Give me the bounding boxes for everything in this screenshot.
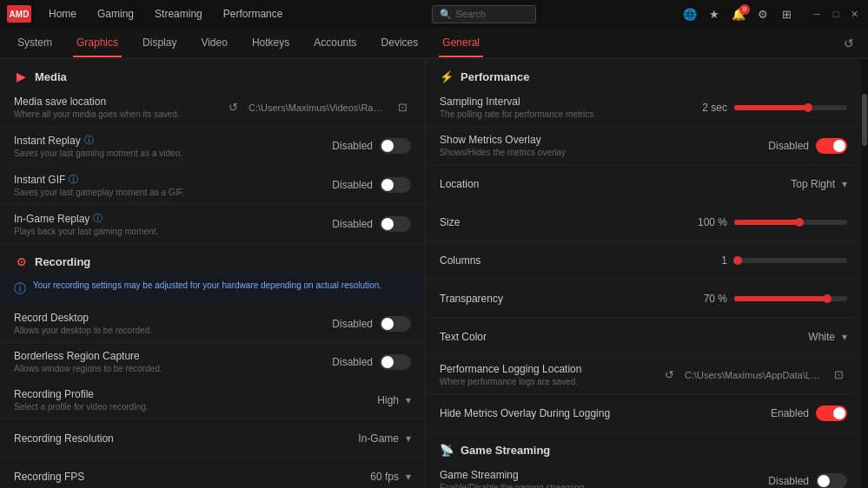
main-layout: ▶ Media Media save location Where all yo… <box>0 59 868 488</box>
text-color-row: Text Color White ▾ <box>426 318 861 356</box>
close-button[interactable]: ✕ <box>849 8 861 20</box>
recording-fps-dropdown[interactable]: ▾ <box>406 471 411 483</box>
game-streaming-label: Game Streaming <box>440 469 739 481</box>
borderless-region-value: Disabled <box>303 356 373 368</box>
record-desktop-label: Record Desktop <box>14 312 303 324</box>
recording-profile-value: High <box>329 394 399 406</box>
globe-icon[interactable]: 🌐 <box>682 8 698 21</box>
recording-profile-dropdown[interactable]: ▾ <box>406 394 411 406</box>
tab-accounts[interactable]: Accounts <box>310 30 360 57</box>
hide-metrics-overlay-toggle[interactable] <box>816 406 847 421</box>
sub-nav: System Graphics Display Video Hotkeys Ac… <box>0 28 868 59</box>
record-desktop-toggle[interactable] <box>380 316 411 332</box>
instant-gif-value: Disabled <box>303 179 373 191</box>
title-bar-right: 🌐 ★ 🔔 8 ⚙ ⊞ ─ □ ✕ <box>682 8 861 21</box>
instant-replay-info-icon: ⓘ <box>84 134 94 147</box>
window-controls: ─ □ ✕ <box>811 8 861 20</box>
hide-metrics-overlay-control: Enabled <box>739 406 847 421</box>
show-metrics-overlay-info: Show Metrics Overlay Shows/Hides the met… <box>440 134 739 157</box>
game-streaming-desc: Enable/Disable the gaming streaming <box>440 483 739 488</box>
borderless-region-toggle[interactable] <box>380 354 411 370</box>
recording-profile-control: High ▾ <box>329 394 411 406</box>
star-icon[interactable]: ★ <box>706 8 722 21</box>
maximize-button[interactable]: □ <box>830 8 842 20</box>
media-icon: ▶ <box>14 69 28 83</box>
amd-logo: AMD <box>7 5 31 23</box>
sampling-interval-row: Sampling Interval The polling rate for p… <box>426 89 861 127</box>
show-metrics-overlay-toggle[interactable] <box>816 138 847 154</box>
sampling-interval-slider[interactable] <box>734 105 847 110</box>
ingame-replay-toggle[interactable] <box>380 216 411 232</box>
ingame-replay-control: Disabled <box>303 216 411 232</box>
text-color-dropdown[interactable]: ▾ <box>842 331 847 343</box>
recording-fps-value: 60 fps <box>329 471 399 483</box>
gear-icon[interactable]: ⚙ <box>755 8 771 21</box>
info-icon: ⓘ <box>14 281 26 297</box>
right-scrollbar[interactable] <box>861 59 868 488</box>
minimize-button[interactable]: ─ <box>811 8 823 20</box>
refresh-button[interactable]: ↺ <box>844 36 854 50</box>
tab-system[interactable]: System <box>14 30 56 57</box>
tab-display[interactable]: Display <box>139 30 180 57</box>
game-streaming-section-label: Game Streaming <box>461 444 550 457</box>
recording-fps-row: Recording FPS 60 fps ▾ <box>0 458 425 488</box>
instant-replay-row: Instant Replay ⓘ Saves your last gaming … <box>0 127 425 166</box>
borderless-region-control: Disabled <box>303 354 411 370</box>
instant-replay-value: Disabled <box>303 140 373 152</box>
tab-video[interactable]: Video <box>197 30 230 57</box>
columns-slider[interactable] <box>734 258 847 263</box>
game-streaming-control: Disabled <box>739 473 847 489</box>
performance-section-header: ⚡ Performance <box>426 59 861 89</box>
transparency-info: Transparency <box>440 293 658 305</box>
instant-gif-info: Instant GIF ⓘ Saves your last gameplay m… <box>14 173 303 197</box>
tab-graphics[interactable]: Graphics <box>73 30 122 57</box>
perf-logging-location-label: Performance Logging Location <box>440 363 661 375</box>
nav-streaming[interactable]: Streaming <box>151 6 206 22</box>
recording-resolution-dropdown[interactable]: ▾ <box>406 432 411 445</box>
instant-gif-toggle[interactable] <box>380 177 411 193</box>
instant-gif-control: Disabled <box>303 177 411 193</box>
record-desktop-desc: Allows your desktop to be recorded. <box>14 326 303 335</box>
sampling-interval-desc: The polling rate for performance metrics <box>440 109 658 119</box>
ingame-replay-desc: Plays back your last gaming moment. <box>14 227 303 236</box>
tab-general[interactable]: General <box>439 30 483 57</box>
instant-replay-label: Instant Replay ⓘ <box>14 134 303 147</box>
grid-icon[interactable]: ⊞ <box>779 8 795 21</box>
columns-label: Columns <box>440 254 658 267</box>
search-bar[interactable]: 🔍 Search <box>432 5 536 23</box>
media-location-open-icon[interactable]: ⊡ <box>394 99 411 115</box>
bell-icon[interactable]: 🔔 8 <box>731 8 746 21</box>
perf-logging-refresh-icon[interactable]: ↺ <box>661 366 678 383</box>
transparency-slider[interactable] <box>734 296 847 301</box>
transparency-label: Transparency <box>440 293 658 305</box>
borderless-region-desc: Allows window regions to be recorded. <box>14 364 303 373</box>
instant-gif-info-icon: ⓘ <box>69 173 78 186</box>
tab-devices[interactable]: Devices <box>378 30 422 57</box>
nav-home[interactable]: Home <box>45 6 80 22</box>
location-dropdown[interactable]: ▾ <box>842 178 847 190</box>
title-bar: AMD Home Gaming Streaming Performance 🔍 … <box>0 0 868 28</box>
right-scroll-thumb <box>862 94 867 146</box>
columns-info: Columns <box>440 254 658 267</box>
size-slider[interactable] <box>734 220 847 225</box>
instant-replay-toggle[interactable] <box>380 138 411 154</box>
transparency-control: 70 % <box>658 293 847 305</box>
recording-fps-label: Recording FPS <box>14 471 329 483</box>
transparency-value: 70 % <box>658 293 727 305</box>
recording-resolution-info: Recording Resolution <box>14 432 329 445</box>
sampling-interval-value: 2 sec <box>658 102 727 114</box>
game-streaming-toggle[interactable] <box>816 473 847 489</box>
tab-hotkeys[interactable]: Hotkeys <box>248 30 293 57</box>
instant-gif-label: Instant GIF ⓘ <box>14 173 303 186</box>
recording-profile-desc: Select a profile for video recording. <box>14 402 329 412</box>
recording-resolution-value: In-Game <box>329 432 399 445</box>
ingame-replay-info: In-Game Replay ⓘ Plays back your last ga… <box>14 212 303 236</box>
media-location-refresh-icon[interactable]: ↺ <box>225 99 242 115</box>
text-color-control: White ▾ <box>765 331 847 343</box>
nav-performance[interactable]: Performance <box>220 6 287 22</box>
perf-logging-open-icon[interactable]: ⊡ <box>831 366 847 383</box>
columns-row: Columns 1 <box>426 241 861 280</box>
recording-profile-row: Recording Profile Select a profile for v… <box>0 381 425 419</box>
recording-icon: ⊙ <box>14 254 28 268</box>
nav-gaming[interactable]: Gaming <box>94 6 137 22</box>
